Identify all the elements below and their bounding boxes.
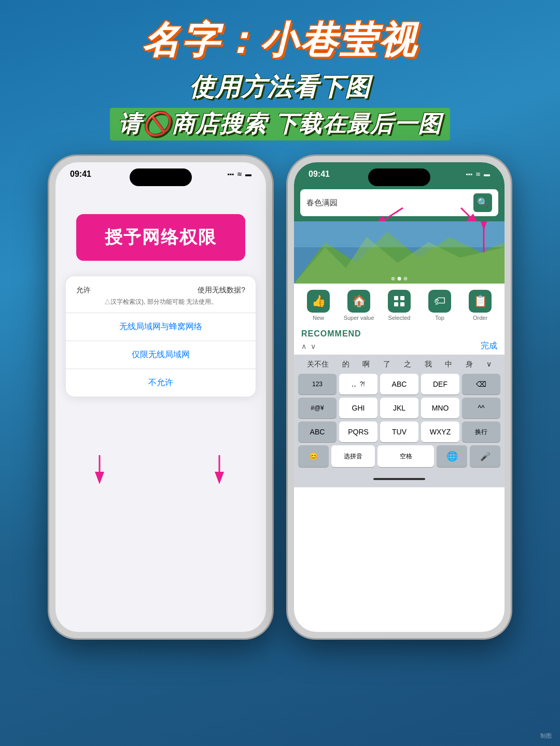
nav-icon-selected [388, 290, 411, 313]
nav-icon-new: 👍 [307, 290, 330, 313]
wifi-icon-right: ≋ [475, 171, 481, 178]
key-emoji[interactable]: 😊 [298, 445, 329, 467]
chevron-up-icon[interactable]: ∧ [301, 342, 306, 350]
recommend-section: RECOMMEND ∧ ∨ 完成 [294, 325, 505, 355]
nav-label-order: Order [473, 315, 487, 321]
quick-word-6[interactable]: 我 [425, 360, 432, 369]
keyboard-row-1: 123 ,。?! ABC DEF ⌫ [296, 372, 502, 396]
nav-item-order[interactable]: 📋 Order [460, 290, 500, 321]
nav-icon-top: 🏷 [428, 290, 451, 313]
svg-rect-14 [394, 296, 398, 300]
home-indicator-right [296, 469, 502, 484]
key-abc2[interactable]: ABC [298, 421, 337, 442]
quick-word-8[interactable]: 身 [466, 360, 473, 369]
key-globe[interactable]: 🌐 [437, 445, 467, 467]
nav-label-new: New [313, 315, 324, 321]
keyboard-area: 关不住 的 啊 了 之 我 中 身 ∨ 123 ,。?! ABC DEF ⌫ [294, 355, 505, 487]
status-time-left: 09:41 [70, 170, 91, 179]
battery-icon-right: ▬ [484, 171, 490, 178]
key-backspace[interactable]: ⌫ [462, 374, 500, 395]
nav-icons: 👍 New 🏠 Super value Selected 🏷 Top [294, 284, 505, 325]
permission-banner: 授予网络权限 [76, 214, 245, 261]
key-ghi[interactable]: GHI [339, 398, 377, 418]
right-phone-screen: 09:41 ▪▪▪ ≋ ▬ 春色满园 🔍 [294, 162, 505, 632]
key-tuv[interactable]: TUV [380, 421, 418, 442]
phones-container: 09:41 ▪▪▪ ≋ ▬ 授予网络权限 允许 使用无线数据? △汉字检索汉),… [0, 156, 560, 638]
nav-label-selected: Selected [388, 315, 411, 321]
nav-icon-supervalue: 🏠 [347, 290, 370, 313]
keyboard-row-2: #@¥ GHI JKL MNO ^^ [296, 396, 502, 420]
key-def[interactable]: DEF [421, 374, 459, 395]
dialog-header: 允许 使用无线数据? [66, 276, 256, 297]
quick-word-expand[interactable]: ∨ [486, 360, 492, 369]
recommend-title: RECOMMEND [301, 329, 497, 339]
status-time-right: 09:41 [309, 170, 330, 179]
recommend-controls: ∧ ∨ 完成 [301, 341, 497, 351]
key-wxyz[interactable]: WXYZ [421, 421, 459, 442]
svg-rect-16 [394, 302, 398, 306]
app-title: 名字：小巷莹视 [0, 16, 560, 65]
instruction-1: 使用方法看下图 [0, 71, 560, 104]
key-symbol2[interactable]: #@¥ [298, 398, 337, 418]
wifi-icon: ≋ [237, 171, 242, 178]
nav-item-selected[interactable]: Selected [379, 290, 419, 321]
keyboard-row-3: ABC PQRS TUV WXYZ 换行 [296, 420, 502, 444]
dialog-subtitle: △汉字检索汉), 部分功能可能 无法使用。 [66, 297, 256, 313]
signal-icon: ▪▪▪ [227, 171, 234, 178]
arrow-dialog-left [84, 450, 131, 491]
key-newline[interactable]: 换行 [462, 421, 500, 442]
key-abc[interactable]: ABC [380, 374, 418, 395]
chevrons: ∧ ∨ [301, 342, 316, 350]
left-phone-frame: 09:41 ▪▪▪ ≋ ▬ 授予网络权限 允许 使用无线数据? △汉字检索汉),… [49, 156, 272, 638]
quick-word-1[interactable]: 关不住 [307, 360, 329, 369]
permission-dialog: 允许 使用无线数据? △汉字检索汉), 部分功能可能 无法使用。 无线局域网与蜂… [66, 276, 256, 397]
dialog-option-3[interactable]: 不允许 [66, 369, 256, 397]
quick-word-2[interactable]: 的 [342, 360, 349, 369]
key-123[interactable]: 123 [298, 374, 337, 395]
quick-word-4[interactable]: 了 [383, 360, 390, 369]
key-jkl[interactable]: JKL [380, 398, 418, 418]
arrow-up-search [473, 221, 494, 258]
nav-item-top[interactable]: 🏷 Top [419, 290, 460, 321]
keyboard-row-4: 😊 选拼音 空格 🌐 🎤 [296, 444, 502, 469]
nav-item-new[interactable]: 👍 New [298, 290, 339, 321]
dot-2 [398, 277, 401, 280]
arrow-dialog-right [188, 450, 235, 491]
right-phone-frame: 09:41 ▪▪▪ ≋ ▬ 春色满园 🔍 [288, 156, 511, 638]
status-icons-right: ▪▪▪ ≋ ▬ [466, 171, 490, 178]
dot-1 [391, 277, 395, 280]
nav-item-supervalue[interactable]: 🏠 Super value [339, 290, 379, 321]
banner-area [294, 221, 505, 284]
quick-word-3[interactable]: 啊 [362, 360, 370, 369]
dot-3 [404, 277, 408, 280]
key-space[interactable]: 空格 [377, 445, 435, 467]
instruction-2: 请🚫商店搜索 下载在最后一图 [110, 108, 450, 140]
permission-banner-text: 授予网络权限 [87, 226, 235, 249]
dialog-header-right: 使用无线数据? [198, 286, 245, 295]
key-pqrs[interactable]: PQRS [339, 421, 377, 442]
nav-icon-order: 📋 [469, 290, 492, 313]
banner-dots [391, 277, 408, 280]
dialog-option-1[interactable]: 无线局域网与蜂窝网络 [66, 313, 256, 341]
quick-words-row: 关不住 的 啊 了 之 我 中 身 ∨ [296, 358, 502, 372]
dynamic-island-right [368, 168, 430, 186]
nav-label-top: Top [435, 315, 444, 321]
dialog-option-2[interactable]: 仅限无线局域网 [66, 341, 256, 369]
status-icons-left: ▪▪▪ ≋ ▬ [227, 171, 251, 178]
chevron-down-icon[interactable]: ∨ [311, 342, 316, 350]
key-enter[interactable]: ^^ [462, 398, 500, 418]
key-pinyin[interactable]: 选拼音 [331, 445, 375, 467]
header-section: 名字：小巷莹视 使用方法看下图 请🚫商店搜索 下载在最后一图 [0, 0, 560, 140]
key-mic[interactable]: 🎤 [470, 445, 500, 467]
signal-icon-right: ▪▪▪ [466, 171, 472, 178]
quick-word-7[interactable]: 中 [445, 360, 452, 369]
key-mno[interactable]: MNO [421, 398, 459, 418]
watermark: 制图 [540, 732, 552, 740]
svg-rect-15 [400, 296, 404, 300]
quick-word-5[interactable]: 之 [404, 360, 411, 369]
nav-label-supervalue: Super value [344, 315, 374, 321]
dynamic-island-left [130, 168, 192, 186]
left-phone-screen: 09:41 ▪▪▪ ≋ ▬ 授予网络权限 允许 使用无线数据? △汉字检索汉),… [55, 162, 266, 632]
done-button[interactable]: 完成 [481, 341, 497, 351]
key-punct[interactable]: ,。?! [339, 374, 377, 395]
